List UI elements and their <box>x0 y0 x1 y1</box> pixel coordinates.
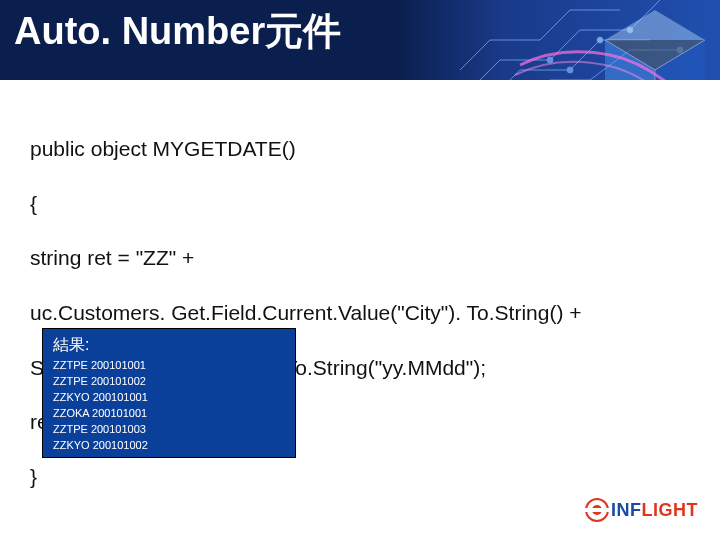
svg-rect-7 <box>585 508 609 512</box>
result-row: ZZOKA 200101001 <box>53 406 285 422</box>
code-line: { <box>30 190 670 217</box>
svg-point-4 <box>677 47 683 53</box>
code-line: public object MYGETDATE() <box>30 135 670 162</box>
svg-point-0 <box>547 57 553 63</box>
result-row: ZZTPE 200101003 <box>53 422 285 438</box>
result-row: ZZKYO 200101002 <box>53 438 285 454</box>
result-row: ZZTPE 200101001 <box>53 358 285 374</box>
logo-mark-icon <box>585 498 609 522</box>
code-line: string ret = "ZZ" + <box>30 244 670 271</box>
code-line: uc.Customers. Get.Field.Current.Value("C… <box>30 299 670 326</box>
result-row: ZZTPE 200101002 <box>53 374 285 390</box>
result-label: 結果: <box>53 335 285 356</box>
svg-point-1 <box>627 27 633 33</box>
logo-text-info: INF <box>611 500 642 520</box>
svg-point-2 <box>567 67 573 73</box>
header-decoration <box>460 0 720 80</box>
svg-point-3 <box>597 37 603 43</box>
logo-text-light: LIGHT <box>642 500 699 520</box>
result-row: ZZKYO 200101001 <box>53 390 285 406</box>
page-title: Auto. Number元件 <box>14 6 341 57</box>
result-panel: 結果: ZZTPE 200101001 ZZTPE 200101002 ZZKY… <box>42 328 296 458</box>
code-line: } <box>30 463 670 490</box>
slide-header: Auto. Number元件 <box>0 0 720 80</box>
brand-logo: INFLIGHT <box>585 498 698 522</box>
